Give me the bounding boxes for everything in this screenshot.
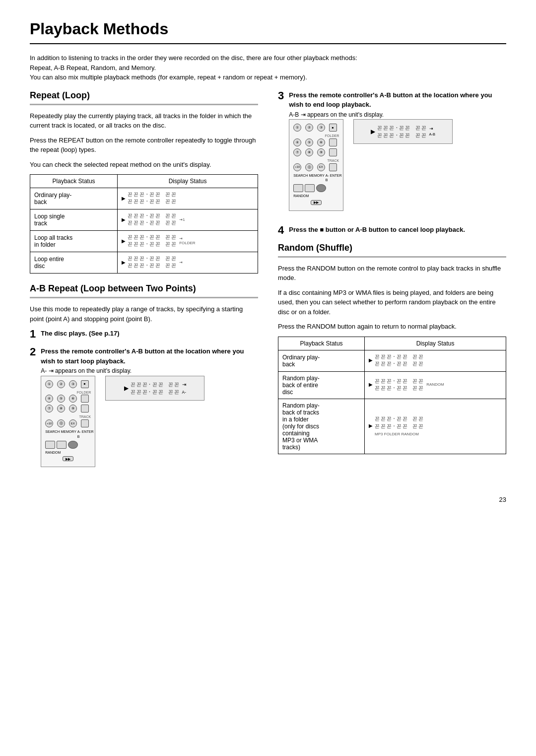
remote-btn: ▶▶ xyxy=(63,456,73,461)
step-3: 3 Press the remote controller's A-B butt… xyxy=(278,90,506,218)
table-row: Loop singletrack ▶ 꼰꼰꼰·꼰꼰 꼰꼰꼰꼰꼰·꼰꼰 꼰꼰 ⇥1 xyxy=(30,209,258,231)
unit-display: ▶ 꼰꼰꼰·꼰꼰 꼰꼰 꼰꼰꼰·꼰꼰 꼰꼰 ⇥A-B xyxy=(353,119,453,144)
random-table: Playback Status Display Status Ordinary … xyxy=(278,337,506,454)
step3-diagram: ① ② ③ ■ FOLDER ④ ⑤ ⑥ ⑦ xyxy=(289,119,506,211)
table-row: Ordinary play-back ▶ 꼰꼰꼰·꼰꼰 꼰꼰꼰꼰꼰·꼰꼰 꼰꼰 xyxy=(278,350,506,371)
random-desc3: Press the RANDOM button again to return … xyxy=(278,322,506,332)
table-row: Loop entiredisc ▶ 꼰꼰꼰·꼰꼰 꼰꼰꼰꼰꼰·꼰꼰 꼰꼰 ⇥ xyxy=(30,252,258,274)
left-column: Repeat (Loop) Repeatedly play the curren… xyxy=(30,90,258,481)
ab-repeat-title: A-B Repeat (Loop between Two Points) xyxy=(30,283,258,294)
remote-btn: +10 xyxy=(45,419,53,427)
play-arrow-icon: ▶ xyxy=(124,384,129,393)
repeat-loop-desc2: Press the REPEAT button on the remote co… xyxy=(30,136,258,155)
folder-label: FOLDER xyxy=(45,390,91,395)
random-label: RANDOM xyxy=(45,450,91,455)
remote-btn: ⑧ xyxy=(57,405,65,412)
page-title: Playback Methods xyxy=(30,20,506,38)
table-header-display: Display Status xyxy=(365,337,506,350)
table-row: Loop all tracksin folder ▶ 꼰꼰꼰·꼰꼰 꼰꼰꼰꼰꼰·… xyxy=(30,231,258,252)
step-text: Press the ■ button or A-B button to canc… xyxy=(289,226,465,233)
remote-btn: ⑨ xyxy=(317,148,325,156)
table-header-display: Display Status xyxy=(118,175,258,188)
button-row-labels: SEARCHMEMORYA-BENTER xyxy=(293,173,339,183)
remote-btn: ⑨ xyxy=(69,405,77,412)
remote-btn xyxy=(57,441,67,449)
step-note: A-B ⇥ appears on the unit's display. xyxy=(289,111,384,118)
remote-btn xyxy=(81,395,89,403)
remote-btn xyxy=(329,163,337,171)
remote-btn xyxy=(305,184,315,192)
play-arrow-icon: ▶ xyxy=(122,196,126,201)
remote-btn xyxy=(68,441,78,449)
random-shuffle-section: Random (Shuffle) Press the RANDOM button… xyxy=(278,243,506,454)
track-label: TRACK xyxy=(45,414,91,419)
ab-repeat-desc: Use this mode to repeatedly play a range… xyxy=(30,304,258,324)
remote-btn: ① xyxy=(293,124,301,132)
display-cell: ▶ 꼰꼰꼰·꼰꼰 꼰꼰꼰꼰꼰·꼰꼰 꼰꼰 ⇥ xyxy=(118,252,258,274)
repeat-loop-table: Playback Status Display Status Ordinary … xyxy=(30,174,258,274)
page-number: 23 xyxy=(30,496,506,503)
random-shuffle-rule xyxy=(278,256,506,258)
display-content: ▶ 꼰꼰꼰·꼰꼰 꼰꼰 꼰꼰꼰·꼰꼰 꼰꼰 ⇥A- xyxy=(124,381,186,396)
repeat-loop-section: Repeat (Loop) Repeatedly play the curren… xyxy=(30,90,258,274)
remote-btn xyxy=(329,138,337,146)
remote-btn: +10 xyxy=(293,163,301,171)
remote-btn: ⑤ xyxy=(305,138,313,146)
status-cell: Ordinary play-back xyxy=(278,350,365,371)
play-arrow-icon: ▶ xyxy=(369,357,373,363)
remote-btn: ⓪ xyxy=(305,163,313,171)
display-cell: ▶ 꼰꼰꼰·꼰꼰 꼰꼰꼰꼰꼰·꼰꼰 꼰꼰 ⇥FOLDER xyxy=(118,231,258,252)
remote-btn: ③ xyxy=(69,380,77,388)
status-cell: Random play-back of entiredisc xyxy=(278,371,365,399)
ab-indicator: ⇥A- xyxy=(182,381,186,396)
remote-btn: EX xyxy=(317,163,325,171)
step-number: 3 xyxy=(278,90,284,218)
remote-btn: ① xyxy=(45,380,53,388)
play-arrow-icon: ▶ xyxy=(371,127,375,136)
button-row-labels: SEARCHMEMORYA-BENTER xyxy=(45,429,91,439)
step-4: 4 Press the ■ button or A-B button to ca… xyxy=(278,225,506,236)
intro-paragraph: In addition to listening to tracks in th… xyxy=(30,53,506,82)
bottom-buttons xyxy=(45,441,91,449)
repeat-loop-title: Repeat (Loop) xyxy=(30,90,258,101)
remote-btn: ⑧ xyxy=(305,148,313,156)
title-divider xyxy=(30,43,506,44)
status-cell: Ordinary play-back xyxy=(30,188,118,209)
folder-label: FOLDER xyxy=(293,134,339,138)
remote-btn: ■ xyxy=(329,124,337,132)
repeat-loop-desc1: Repeatedly play the currently playing tr… xyxy=(30,111,258,131)
table-row: Ordinary play-back ▶ 꼰꼰꼰·꼰꼰 꼰꼰꼰꼰꼰·꼰꼰 꼰꼰 xyxy=(30,188,258,209)
remote-btn xyxy=(316,184,326,192)
table-header-playback: Playback Status xyxy=(30,175,118,188)
random-label: RANDOM xyxy=(293,194,339,199)
seg-display-area: 꼰꼰꼰·꼰꼰 꼰꼰 꼰꼰꼰·꼰꼰 꼰꼰 xyxy=(377,124,427,139)
step-1: 1 The disc plays. (See p.17) xyxy=(30,329,258,340)
remote-btn xyxy=(329,148,337,156)
remote-btn: ② xyxy=(57,380,65,388)
remote-btn: ⑦ xyxy=(293,148,301,156)
remote-control-image: ① ② ③ ■ FOLDER ④ ⑤ ⑥ ⑦ xyxy=(289,119,343,211)
main-content: Repeat (Loop) Repeatedly play the curren… xyxy=(30,90,506,481)
status-cell: Loop singletrack xyxy=(30,209,118,231)
remote-btn: ■ xyxy=(81,380,89,388)
remote-btn: ⑦ xyxy=(45,405,53,412)
remote-btn: ⑥ xyxy=(317,138,325,146)
display-cell: ▶ 꼰꼰꼰·꼰꼰 꼰꼰꼰꼰꼰·꼰꼰 꼰꼰 xyxy=(118,188,258,209)
remote-btn xyxy=(45,441,55,449)
random-desc2: If a disc containing MP3 or WMA files is… xyxy=(278,288,506,317)
table-row: Random play-back of entiredisc ▶ 꼰꼰꼰·꼰꼰 … xyxy=(278,371,506,399)
step-note: A- ⇥ appears on the unit's display. xyxy=(41,367,132,374)
display-content: ▶ 꼰꼰꼰·꼰꼰 꼰꼰 꼰꼰꼰·꼰꼰 꼰꼰 ⇥A-B xyxy=(371,124,435,139)
status-cell: Random play-back of tracksin a folder(on… xyxy=(278,399,365,454)
remote-control-image: ① ② ③ ■ FOLDER ④ ⑤ ⑥ xyxy=(41,376,95,468)
step-number: 4 xyxy=(278,225,284,236)
unit-display: ▶ 꼰꼰꼰·꼰꼰 꼰꼰 꼰꼰꼰·꼰꼰 꼰꼰 ⇥A- xyxy=(105,376,204,401)
remote-btn: ⑤ xyxy=(57,395,65,403)
display-cell: ▶ 꼰꼰꼰·꼰꼰 꼰꼰꼰꼰꼰·꼰꼰 꼰꼰 MP3 FOLDER RANDOM xyxy=(365,399,506,454)
remote-btn: ④ xyxy=(293,138,301,146)
random-desc1: Press the RANDOM button on the remote co… xyxy=(278,264,506,283)
display-cell: ▶ 꼰꼰꼰·꼰꼰 꼰꼰꼰꼰꼰·꼰꼰 꼰꼰 ⇥1 xyxy=(118,209,258,231)
step-text: The disc plays. (See p.17) xyxy=(41,330,119,337)
ab-repeat-rule xyxy=(30,297,258,298)
remote-btn xyxy=(293,184,303,192)
